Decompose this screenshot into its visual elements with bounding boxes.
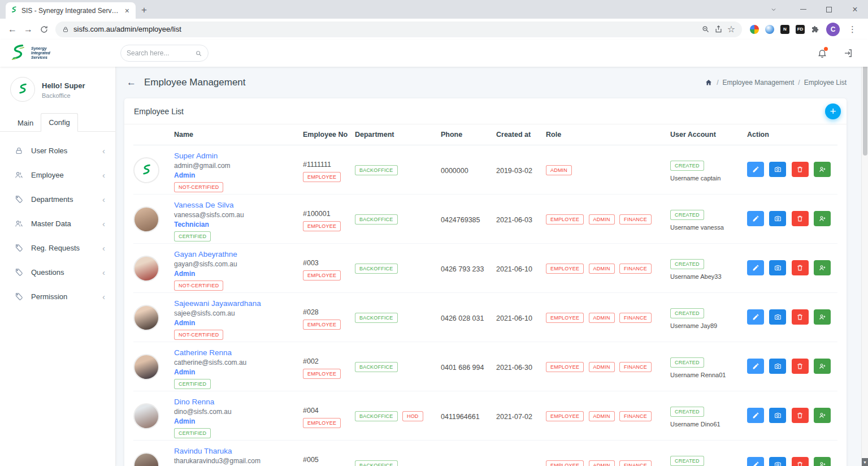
edit-button[interactable]: [747, 260, 764, 275]
sidebar-item-questions[interactable]: Questions ‹: [0, 260, 115, 284]
edit-button[interactable]: [747, 408, 764, 423]
account-status-badge: CREATED: [670, 407, 704, 417]
employee-position-link[interactable]: Admin: [174, 368, 303, 376]
sidebar-item-employee[interactable]: Employee ‹: [0, 163, 115, 187]
tab-config[interactable]: Config: [41, 113, 78, 132]
tab-main[interactable]: Main: [10, 114, 41, 132]
browser-tab[interactable]: SIS - Synergy Integrated Service ×: [6, 2, 136, 19]
edit-button[interactable]: [747, 309, 764, 325]
delete-button[interactable]: [792, 309, 809, 325]
browser-menu-icon[interactable]: ⋮: [846, 24, 859, 34]
photo-button[interactable]: [769, 211, 786, 226]
url-text[interactable]: sisfs.com.au/admin/employee/list: [73, 25, 697, 33]
sidebar-item-user-roles[interactable]: User Roles ‹: [0, 139, 115, 163]
employee-name-link[interactable]: Super Admin: [174, 152, 303, 160]
employee-name-link[interactable]: Catherine Renna: [174, 348, 303, 357]
department-badge: BACKOFFICE: [355, 264, 398, 274]
browser-profile-avatar[interactable]: C: [826, 23, 840, 36]
edit-button[interactable]: [747, 457, 764, 466]
breadcrumb-item[interactable]: Employee Management: [723, 79, 795, 87]
employee-position-link[interactable]: Technician: [174, 221, 303, 228]
account-status-badge: CREATED: [670, 210, 704, 220]
reload-icon[interactable]: [36, 21, 52, 37]
sidebar-item-master-data[interactable]: Master Data ‹: [0, 212, 115, 236]
role-badge: FINANCE: [619, 411, 652, 421]
employee-name-link[interactable]: Ravindu Tharuka: [174, 447, 303, 455]
type-badge: EMPLOYEE: [303, 172, 341, 182]
home-icon[interactable]: [705, 79, 713, 87]
add-employee-button[interactable]: +: [825, 103, 841, 119]
employee-name-link[interactable]: Vanessa De Silva: [174, 201, 303, 209]
employee-name-link[interactable]: Sajeewani Jayawardhana: [174, 299, 303, 308]
bookmark-star-icon[interactable]: ☆: [727, 24, 735, 34]
photo-button[interactable]: [769, 408, 786, 423]
create-account-button[interactable]: [814, 457, 831, 466]
scrollbar[interactable]: ▲ ▼: [861, 40, 868, 466]
employee-name-link[interactable]: Gayan Abeyrathne: [174, 250, 303, 258]
employee-position-link[interactable]: Admin: [174, 171, 303, 179]
extension-icon[interactable]: [765, 25, 774, 34]
edit-button[interactable]: [747, 359, 764, 374]
extensions-puzzle-icon[interactable]: [811, 25, 820, 34]
extension-icon[interactable]: FD: [796, 25, 805, 34]
zoom-icon[interactable]: [701, 25, 710, 33]
employee-name-link[interactable]: Dino Renna: [174, 398, 303, 406]
tab-search-chevron-icon[interactable]: [765, 0, 782, 19]
create-account-button[interactable]: [814, 260, 831, 275]
scroll-down-icon[interactable]: ▼: [862, 458, 868, 466]
extension-icon[interactable]: N: [780, 25, 789, 34]
delete-button[interactable]: [792, 211, 809, 226]
sidebar: Hello! Super Backoffice Main Config User…: [0, 67, 116, 466]
photo-button[interactable]: [769, 260, 786, 275]
employee-position-link[interactable]: Admin: [174, 319, 303, 327]
create-account-button[interactable]: [814, 408, 831, 423]
delete-button[interactable]: [792, 162, 809, 177]
minimize-button[interactable]: [790, 0, 816, 19]
certification-badge: CERTIFIED: [174, 428, 211, 438]
department-badge: HOD: [402, 411, 423, 421]
url-bar[interactable]: sisfs.com.au/admin/employee/list ☆: [55, 21, 742, 37]
page-back-icon[interactable]: ←: [127, 77, 136, 88]
delete-button[interactable]: [792, 457, 809, 466]
create-account-button[interactable]: [814, 359, 831, 374]
profile-role: Backoffice: [42, 92, 85, 99]
new-tab-button[interactable]: +: [136, 5, 154, 19]
employee-position-link[interactable]: Admin: [174, 417, 303, 425]
edit-button[interactable]: [747, 211, 764, 226]
photo-button[interactable]: [769, 309, 786, 325]
delete-button[interactable]: [792, 260, 809, 275]
create-account-button[interactable]: [814, 309, 831, 325]
create-account-button[interactable]: [814, 211, 831, 226]
photo-button[interactable]: [769, 162, 786, 177]
sidebar-item-reg-requests[interactable]: Reg. Requests ‹: [0, 236, 115, 260]
search-input[interactable]: [127, 49, 195, 57]
share-icon[interactable]: [714, 25, 723, 33]
role-badge: FINANCE: [619, 313, 652, 323]
role-badge: EMPLOYEE: [546, 362, 584, 372]
role-badge: ADMIN: [589, 313, 615, 323]
profile-avatar: [10, 77, 35, 102]
photo-button[interactable]: [769, 457, 786, 466]
sidebar-item-departments[interactable]: Departments ‹: [0, 187, 115, 212]
notifications-bell-icon[interactable]: [817, 48, 827, 58]
employee-email: sajee@sisfs.com.au: [174, 309, 303, 317]
photo-button[interactable]: [769, 359, 786, 374]
forward-icon[interactable]: →: [20, 21, 36, 37]
back-icon[interactable]: ←: [5, 21, 20, 37]
sidebar-item-permission[interactable]: Permission ‹: [0, 284, 115, 309]
tab-close-icon[interactable]: ×: [123, 6, 131, 15]
edit-button[interactable]: [747, 162, 764, 177]
delete-button[interactable]: [792, 359, 809, 374]
username: Username Renna01: [670, 372, 747, 378]
delete-button[interactable]: [792, 408, 809, 423]
employee-list-card: Employee List + Name Employee No Departm…: [124, 98, 847, 466]
extension-icon[interactable]: [750, 25, 759, 34]
employee-position-link[interactable]: Admin: [174, 270, 303, 278]
app-logo[interactable]: Synergy Integrated Services: [0, 44, 116, 63]
logout-icon[interactable]: [843, 48, 853, 58]
window-close-button[interactable]: ×: [842, 0, 868, 19]
maximize-button[interactable]: [816, 0, 842, 19]
create-account-button[interactable]: [814, 162, 831, 177]
username: Username captain: [670, 175, 747, 182]
role-badge: ADMIN: [589, 214, 615, 225]
